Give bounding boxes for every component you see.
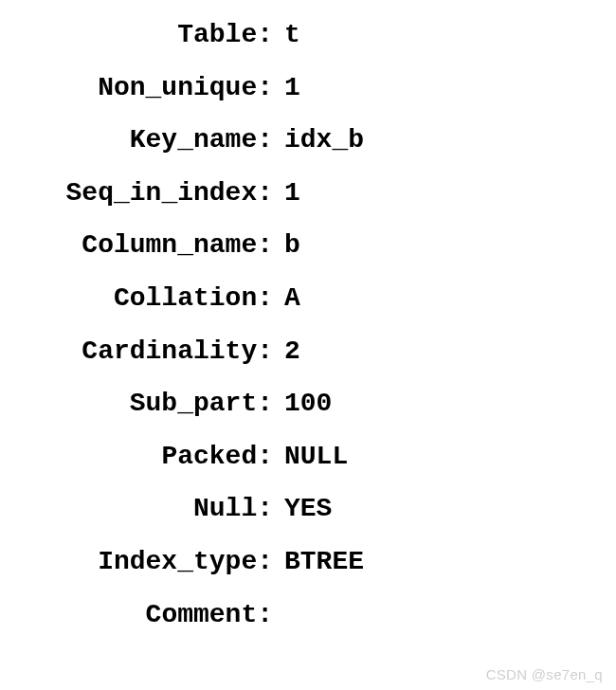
label-index-type: Index_type: <box>19 546 284 578</box>
info-row-table: Table: t <box>19 19 588 51</box>
index-info-list: Table: t Non_unique: 1 Key_name: idx_b S… <box>19 19 588 630</box>
label-packed: Packed: <box>19 441 284 473</box>
label-seq-in-index: Seq_in_index: <box>19 177 284 209</box>
label-table: Table: <box>19 19 284 51</box>
info-row-non-unique: Non_unique: 1 <box>19 72 588 104</box>
value-table: t <box>284 19 300 51</box>
info-row-sub-part: Sub_part: 100 <box>19 388 588 420</box>
value-cardinality: 2 <box>284 336 300 368</box>
info-row-collation: Collation: A <box>19 282 588 315</box>
label-non-unique: Non_unique: <box>19 72 284 104</box>
value-non-unique: 1 <box>284 72 300 104</box>
label-cardinality: Cardinality: <box>19 336 284 368</box>
value-key-name: idx_b <box>284 124 364 156</box>
info-row-index-type: Index_type: BTREE <box>19 546 588 578</box>
value-seq-in-index: 1 <box>284 177 300 209</box>
label-column-name: Column_name: <box>19 229 284 262</box>
value-collation: A <box>284 282 300 315</box>
value-column-name: b <box>284 229 300 262</box>
info-row-comment: Comment: <box>19 599 588 631</box>
info-row-seq-in-index: Seq_in_index: 1 <box>19 177 588 209</box>
value-sub-part: 100 <box>284 388 332 420</box>
info-row-cardinality: Cardinality: 2 <box>19 336 588 368</box>
value-packed: NULL <box>284 441 348 473</box>
label-key-name: Key_name: <box>19 124 284 156</box>
label-collation: Collation: <box>19 282 284 315</box>
value-null: YES <box>284 493 332 525</box>
info-row-null: Null: YES <box>19 493 588 525</box>
value-index-type: BTREE <box>284 546 364 578</box>
info-row-column-name: Column_name: b <box>19 229 588 262</box>
info-row-key-name: Key_name: idx_b <box>19 124 588 156</box>
watermark: CSDN @se7en_q <box>486 666 603 682</box>
label-sub-part: Sub_part: <box>19 388 284 420</box>
label-null: Null: <box>19 493 284 525</box>
label-comment: Comment: <box>19 599 284 631</box>
info-row-packed: Packed: NULL <box>19 441 588 473</box>
